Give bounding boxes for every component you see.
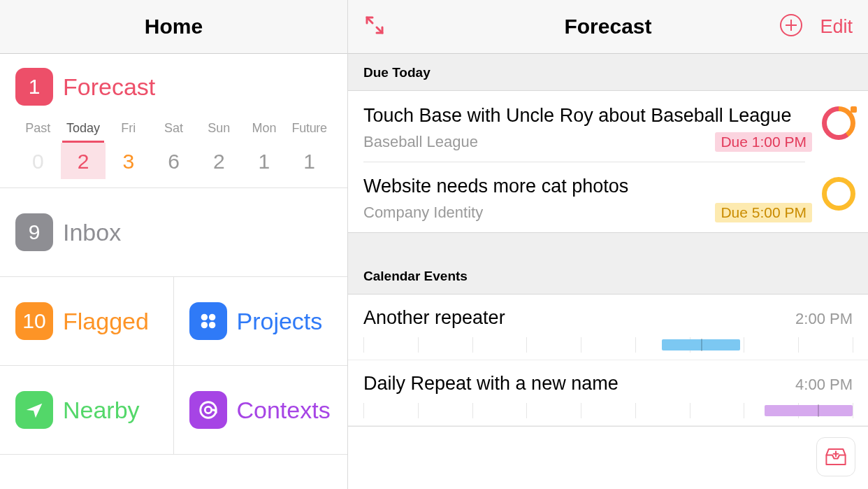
task-status-circle-icon[interactable]	[822, 106, 855, 140]
event-timeline	[363, 403, 853, 418]
expand-icon[interactable]	[363, 14, 386, 39]
flagged-label: Flagged	[63, 308, 149, 335]
inbox-label: Inbox	[63, 219, 121, 246]
home-header: Home	[0, 0, 347, 54]
task-title: Website needs more cat photos	[363, 174, 812, 199]
sidebar-item-projects[interactable]: Projects	[174, 277, 348, 366]
event-row[interactable]: Daily Repeat with a new name 4:00 PM	[348, 360, 868, 426]
day-today[interactable]: Today 2	[61, 121, 106, 179]
nearby-icon	[15, 391, 53, 429]
day-mon[interactable]: Mon 1	[242, 121, 287, 179]
svg-point-1	[208, 314, 215, 320]
day-sun[interactable]: Sun 2	[196, 121, 242, 179]
svg-point-0	[201, 314, 207, 320]
projects-icon	[189, 302, 227, 340]
add-icon[interactable]	[779, 13, 803, 40]
sidebar-item-contexts[interactable]: Contexts	[174, 366, 348, 455]
day-sat[interactable]: Sat 6	[151, 121, 196, 179]
sidebar-item-nearby[interactable]: Nearby	[0, 366, 174, 455]
new-inbox-item-button[interactable]	[816, 437, 855, 476]
event-title: Daily Repeat with a new name	[363, 373, 619, 395]
edit-button[interactable]: Edit	[820, 16, 853, 38]
inbox-count-badge: 9	[15, 213, 53, 251]
task-row[interactable]: Touch Base with Uncle Roy about Baseball…	[348, 91, 868, 162]
task-project: Company Identity	[363, 204, 483, 222]
task-project: Baseball League	[363, 133, 478, 151]
svg-point-2	[201, 322, 207, 328]
event-time: 4:00 PM	[795, 376, 853, 394]
forecast-count-badge: 1	[15, 68, 53, 106]
home-title: Home	[145, 15, 203, 38]
section-calendar-events: Calendar Events	[348, 257, 868, 295]
event-title: Another repeater	[363, 307, 505, 329]
day-future[interactable]: Future 1	[287, 121, 332, 179]
task-due-chip: Due 1:00 PM	[715, 132, 812, 152]
task-list: Touch Base with Uncle Roy about Baseball…	[348, 91, 868, 232]
event-row[interactable]: Another repeater 2:00 PM	[348, 295, 868, 360]
event-list: Another repeater 2:00 PM Daily Repeat wi…	[348, 295, 868, 426]
task-row[interactable]: Website needs more cat photos Company Id…	[348, 162, 868, 232]
event-timeline	[363, 337, 853, 353]
detail-pane: Forecast Edit Due Today Touch Base with …	[348, 0, 868, 489]
forecast-label: Forecast	[63, 73, 155, 101]
flagged-count-badge: 10	[15, 302, 53, 340]
section-due-today: Due Today	[348, 54, 868, 91]
task-due-chip: Due 5:00 PM	[715, 203, 812, 222]
task-title: Touch Base with Uncle Roy about Baseball…	[363, 104, 812, 128]
forecast-days: Past 0 Today 2 Fri 3 Sat 6	[15, 121, 332, 179]
day-fri[interactable]: Fri 3	[106, 121, 151, 179]
sidebar-item-flagged[interactable]: 10 Flagged	[0, 277, 174, 366]
event-time: 2:00 PM	[795, 310, 853, 328]
svg-point-3	[208, 322, 215, 328]
projects-label: Projects	[237, 308, 323, 335]
contexts-icon	[189, 391, 227, 429]
day-past[interactable]: Past 0	[15, 121, 61, 179]
home-pane: Home 1 Forecast Past 0 Today 2	[0, 0, 348, 489]
sidebar-item-inbox[interactable]: 9 Inbox	[0, 188, 347, 277]
nearby-label: Nearby	[63, 397, 140, 424]
detail-title: Forecast	[564, 15, 651, 38]
task-status-circle-icon[interactable]	[822, 177, 855, 211]
svg-point-5	[205, 406, 211, 413]
sidebar-item-forecast[interactable]: 1 Forecast Past 0 Today 2 Fri 3	[0, 54, 347, 188]
contexts-label: Contexts	[237, 397, 331, 424]
detail-footer	[348, 426, 868, 489]
detail-header: Forecast Edit	[348, 0, 868, 54]
